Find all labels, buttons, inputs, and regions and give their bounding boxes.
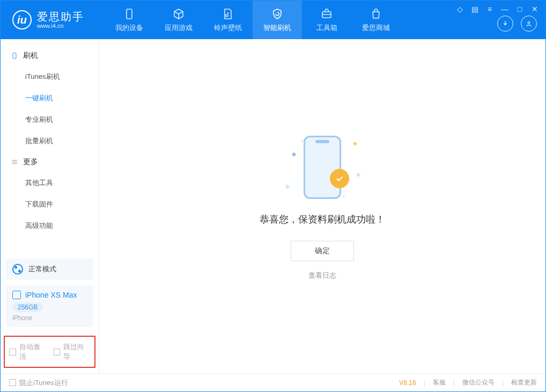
- logo-icon: iu: [12, 10, 32, 29]
- checkbox-auto-activate[interactable]: 自动激活: [9, 342, 46, 361]
- sidebar-group-flash: 刷机: [1, 46, 99, 66]
- svg-rect-0: [127, 9, 132, 19]
- close-button[interactable]: ✕: [530, 5, 539, 13]
- device-type: iPhone: [12, 314, 87, 322]
- mode-label: 正常模式: [28, 264, 56, 274]
- sidebar-item-batch-flash[interactable]: 批量刷机: [1, 130, 99, 152]
- logo-area: iu 爱思助手 www.i4.cn: [1, 10, 94, 29]
- main-content: 恭喜您，保资料刷机成功啦！ 确定 查看日志: [99, 39, 545, 373]
- device-small-icon: [10, 51, 19, 60]
- list-icon[interactable]: ▤: [470, 5, 479, 13]
- sidebar-item-oneclick-flash[interactable]: 一键刷机: [1, 87, 99, 109]
- list-small-icon: [10, 158, 19, 166]
- tab-apps-games[interactable]: 应用游戏: [154, 1, 203, 39]
- sidebar-item-advanced[interactable]: 高级功能: [1, 215, 99, 236]
- version-label: V8.16: [399, 379, 416, 387]
- wechat-link[interactable]: 微信公众号: [462, 378, 495, 387]
- footer: 阻止iTunes运行 V8.16 | 客服 | 微信公众号 | 检查更新: [1, 373, 545, 391]
- mode-card[interactable]: 正常模式: [6, 258, 93, 280]
- download-button[interactable]: [497, 16, 513, 32]
- support-link[interactable]: 客服: [433, 378, 446, 387]
- check-badge-icon: [330, 169, 349, 188]
- menu-icon[interactable]: ≡: [485, 5, 494, 13]
- tab-toolbox[interactable]: 工具箱: [302, 1, 351, 39]
- sidebar-group-more: 更多: [1, 152, 99, 172]
- checkbox-icon: [9, 349, 16, 356]
- checkbox-skip-wizard[interactable]: 跳过向导: [54, 342, 91, 361]
- toolbox-icon: [320, 7, 334, 21]
- app-window: iu 爱思助手 www.i4.cn 我的设备 应用游戏 铃声壁纸 智能刷机: [0, 0, 546, 392]
- minimize-button[interactable]: —: [500, 5, 509, 13]
- highlighted-options: 自动激活 跳过向导: [4, 336, 95, 368]
- tab-ringtone-wallpaper[interactable]: 铃声壁纸: [203, 1, 253, 39]
- sidebar-item-pro-flash[interactable]: 专业刷机: [1, 109, 99, 130]
- svg-point-2: [528, 22, 530, 24]
- app-site: www.i4.cn: [37, 23, 84, 29]
- view-log-link[interactable]: 查看日志: [308, 271, 336, 280]
- sidebar-item-itunes-flash[interactable]: iTunes刷机: [1, 66, 99, 87]
- bag-icon: [369, 7, 383, 21]
- device-name: iPhone XS Max: [25, 291, 77, 299]
- phone-icon: [122, 7, 136, 21]
- checkbox-block-itunes[interactable]: 阻止iTunes运行: [9, 378, 68, 388]
- checkbox-icon: [54, 349, 61, 356]
- storage-badge: 256GB: [12, 302, 43, 312]
- header: iu 爱思助手 www.i4.cn 我的设备 应用游戏 铃声壁纸 智能刷机: [1, 1, 545, 39]
- sidebar: 刷机 iTunes刷机 一键刷机 专业刷机 批量刷机 更多 其他工具 下载固件 …: [1, 39, 99, 373]
- svg-rect-3: [13, 53, 16, 59]
- maximize-button[interactable]: □: [515, 5, 524, 13]
- success-message: 恭喜您，保资料刷机成功啦！: [260, 213, 385, 226]
- shirt-icon[interactable]: ◇: [455, 5, 464, 13]
- phone-illustration-icon: [304, 136, 341, 199]
- check-update-link[interactable]: 检查更新: [511, 378, 537, 387]
- music-file-icon: [221, 7, 235, 21]
- device-card[interactable]: iPhone XS Max 256GB iPhone: [6, 285, 93, 327]
- shield-refresh-icon: [270, 7, 284, 21]
- tab-my-device[interactable]: 我的设备: [105, 1, 154, 39]
- main-tabs: 我的设备 应用游戏 铃声壁纸 智能刷机 工具箱 爱思商城: [105, 1, 401, 39]
- cube-icon: [172, 7, 186, 21]
- window-controls: ◇ ▤ ≡ — □ ✕: [455, 5, 539, 13]
- success-illustration: [274, 132, 371, 202]
- device-icon: [12, 291, 21, 299]
- checkbox-icon: [9, 379, 16, 386]
- ok-button[interactable]: 确定: [291, 241, 354, 261]
- tab-store[interactable]: 爱思商城: [351, 1, 401, 39]
- user-button[interactable]: [521, 16, 537, 32]
- tab-smart-flash[interactable]: 智能刷机: [253, 1, 302, 39]
- mode-icon: [12, 264, 23, 275]
- sidebar-item-download-firmware[interactable]: 下载固件: [1, 194, 99, 215]
- sidebar-item-other-tools[interactable]: 其他工具: [1, 172, 99, 194]
- app-name: 爱思助手: [37, 11, 84, 23]
